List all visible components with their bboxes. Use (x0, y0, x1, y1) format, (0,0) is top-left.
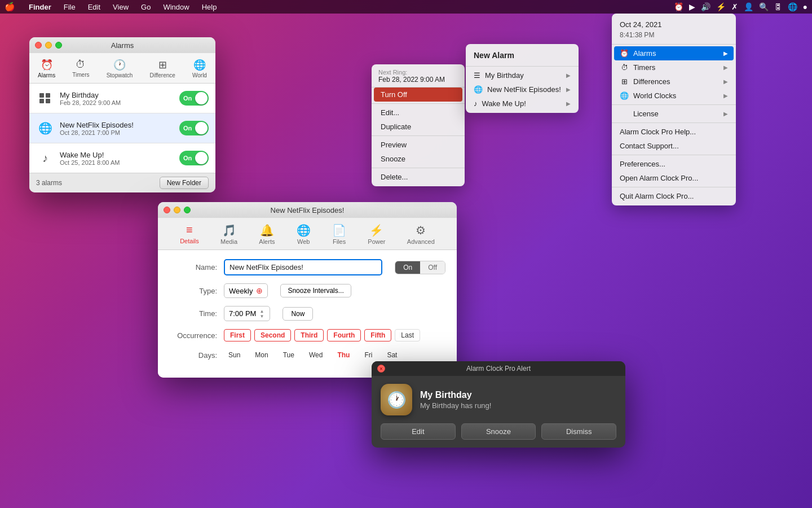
day-sat[interactable]: Sat (382, 349, 401, 361)
toggle-netflix[interactable]: On (179, 121, 209, 135)
worldclocks-menu-icon: 🌐 (620, 91, 629, 100)
files-tab-label: Files (333, 238, 346, 245)
web-tab-icon: 🌐 (297, 224, 311, 237)
on-button[interactable]: On (395, 261, 420, 274)
minimize-button[interactable] (45, 42, 52, 49)
tab-world[interactable]: 🌐 World (187, 56, 213, 81)
finder-menu[interactable]: Finder (27, 3, 54, 11)
snooze-intervals-button[interactable]: Snooze Intervals... (280, 284, 351, 297)
app-menu-timers[interactable]: ⏱ Timers ▶ (612, 60, 736, 75)
alarm-item-netflix[interactable]: 🌐 New NetFlix Episodes! Oct 28, 2021 7:0… (29, 113, 215, 143)
new-folder-button[interactable]: New Folder (160, 177, 209, 189)
detail-tab-power[interactable]: ⚡ Power (362, 221, 391, 247)
app-menu-differences[interactable]: ⊞ Differences ▶ (612, 75, 736, 89)
edit-menu[interactable]: Edit (86, 3, 103, 11)
apple-menu[interactable]: 🍎 (5, 2, 15, 12)
occurrence-last[interactable]: Last (395, 329, 420, 341)
tab-difference[interactable]: ⊞ Difference (144, 56, 180, 81)
search-icon[interactable]: 🔍 (759, 2, 769, 11)
occurrence-fourth[interactable]: Fourth (327, 329, 361, 341)
detail-toolbar: ≡ Details 🎵 Media 🔔 Alerts 🌐 Web 📄 Files… (158, 218, 457, 250)
detail-tab-details[interactable]: ≡ Details (174, 221, 205, 247)
new-alarm-menu: New Alarm ☰ My Birthday ▶ 🌐 New NetFlix … (466, 44, 579, 113)
alert-dismiss-button[interactable]: Dismiss (541, 423, 616, 440)
ctx-edit[interactable]: Edit... (372, 106, 465, 120)
occurrence-fifth[interactable]: Fifth (364, 329, 391, 341)
name-input[interactable] (224, 259, 382, 275)
volume-icon[interactable]: 🔊 (701, 2, 710, 11)
alert-close-button[interactable]: × (377, 365, 385, 373)
day-wed[interactable]: Wed (304, 349, 327, 361)
day-thu[interactable]: Thu (333, 349, 354, 361)
tab-timers[interactable]: ⏱ Timers (67, 56, 95, 81)
play-icon[interactable]: ▶ (689, 2, 695, 11)
type-select[interactable]: Weekly ⊕ (224, 283, 268, 298)
open-label: Open Alarm Clock Pro... (620, 174, 698, 182)
world-tab-label: World (192, 72, 207, 78)
day-mon[interactable]: Mon (250, 349, 272, 361)
app-menu-help[interactable]: Alarm Clock Pro Help... (612, 125, 736, 139)
app-menu-worldclocks[interactable]: 🌐 World Clocks ▶ (612, 89, 736, 103)
bam-birthday[interactable]: ☰ My Birthday ▶ (466, 68, 579, 82)
ctx-duplicate[interactable]: Duplicate (372, 120, 465, 134)
alarm-item-wakeup[interactable]: ♪ Wake Me Up! Oct 25, 2021 8:00 AM On (29, 143, 215, 173)
app-menu-license[interactable]: License ▶ (612, 107, 736, 121)
go-menu[interactable]: Go (139, 3, 153, 11)
next-ring-time: Feb 28, 2022 9:00 AM (378, 76, 458, 84)
time-input[interactable]: 7:00 PM ▲ ▼ (224, 306, 270, 321)
day-fri[interactable]: Fri (360, 349, 377, 361)
detail-tab-media[interactable]: 🎵 Media (215, 221, 243, 247)
day-sun[interactable]: Sun (224, 349, 245, 361)
detail-tab-advanced[interactable]: ⚙ Advanced (401, 221, 440, 247)
detail-tab-web[interactable]: 🌐 Web (291, 221, 316, 247)
app-menu-preferences[interactable]: Preferences... (612, 157, 736, 171)
alarm-item-birthday[interactable]: My Birthday Feb 28, 2022 9:00 AM On (29, 84, 215, 113)
window-menu[interactable]: Window (161, 3, 191, 11)
maximize-button[interactable] (55, 42, 62, 49)
bam-wakeup[interactable]: ♪ Wake Me Up! ▶ (466, 97, 579, 111)
days-buttons: Sun Mon Tue Wed Thu Fri Sat (224, 349, 401, 361)
bam-netflix[interactable]: 🌐 New NetFlix Episodes! ▶ (466, 82, 579, 97)
close-button[interactable] (35, 42, 42, 49)
off-button[interactable]: Off (420, 261, 445, 274)
ctx-delete[interactable]: Delete... (372, 170, 465, 184)
ctx-preview[interactable]: Preview (372, 138, 465, 152)
alert-edit-button[interactable]: Edit (381, 423, 456, 440)
time-down-button[interactable]: ▼ (258, 314, 265, 318)
clock-icon[interactable]: ⏰ (674, 2, 683, 11)
app-menu-support[interactable]: Contact Support... (612, 139, 736, 153)
app-menu-open[interactable]: Open Alarm Clock Pro... (612, 171, 736, 185)
siri-icon[interactable]: ● (803, 2, 807, 11)
app-menu-quit[interactable]: Quit Alarm Clock Pro... (612, 189, 736, 203)
detail-maximize-button[interactable] (184, 207, 191, 213)
alert-snooze-button[interactable]: Snooze (461, 423, 536, 440)
user-icon[interactable]: 👤 (744, 2, 753, 11)
view-menu[interactable]: View (111, 3, 131, 11)
occurrence-first[interactable]: First (224, 329, 251, 341)
detail-close-button[interactable] (164, 207, 170, 213)
help-menu[interactable]: Help (200, 3, 219, 11)
app-menu-divider-3 (612, 122, 736, 123)
app-menu-alarms[interactable]: ⏰ Alarms ▶ (614, 46, 734, 60)
day-tue[interactable]: Tue (279, 349, 299, 361)
detail-tab-files[interactable]: 📄 Files (326, 221, 352, 247)
toggle-wakeup[interactable]: On (179, 151, 209, 165)
tab-stopwatch[interactable]: 🕐 Stopwatch (101, 56, 139, 81)
globe-icon[interactable]: 🌐 (788, 2, 797, 11)
ctx-snooze[interactable]: Snooze (372, 152, 465, 166)
difference-tab-icon: ⊞ (158, 59, 167, 71)
occurrence-third[interactable]: Third (294, 329, 324, 341)
file-menu[interactable]: File (61, 3, 78, 11)
control-center-icon[interactable]: 🎛 (774, 2, 782, 11)
detail-minimize-button[interactable] (174, 207, 180, 213)
new-alarm-item[interactable]: New Alarm (466, 46, 579, 64)
detail-tab-alerts[interactable]: 🔔 Alerts (253, 221, 280, 247)
time-up-button[interactable]: ▲ (258, 309, 265, 313)
toggle-birthday[interactable]: On (179, 91, 209, 106)
tab-alarms[interactable]: ⏰ Alarms (32, 56, 61, 81)
alert-alarm-name: My Birthday (420, 390, 616, 400)
days-row: Days: Sun Mon Tue Wed Thu Fri Sat (169, 349, 445, 361)
occurrence-second[interactable]: Second (254, 329, 291, 341)
now-button[interactable]: Now (283, 307, 313, 321)
ctx-turn-off[interactable]: Turn Off (374, 87, 462, 102)
